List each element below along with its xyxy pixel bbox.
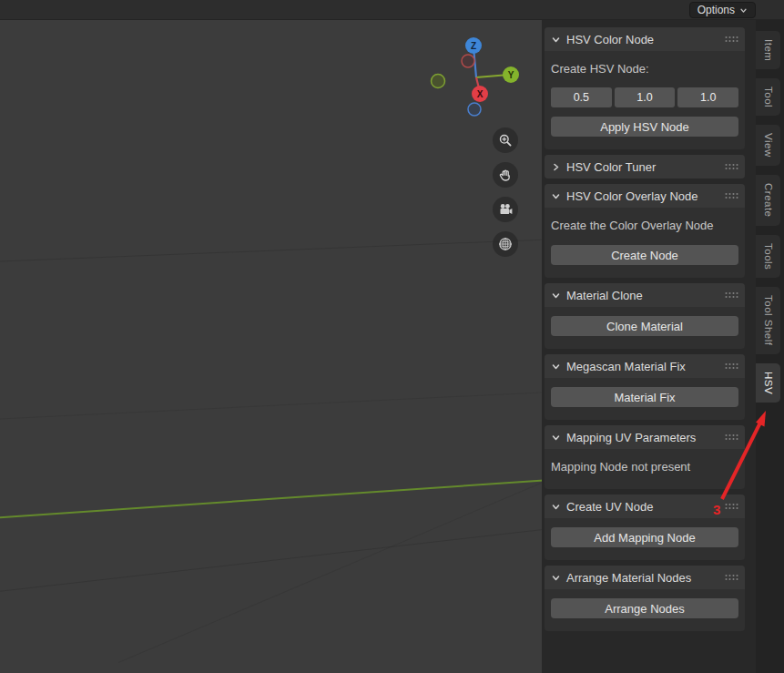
panel-title: HSV Color Tuner xyxy=(566,160,725,174)
create-node-button[interactable]: Create Node xyxy=(551,245,738,265)
zoom-button[interactable] xyxy=(493,127,518,153)
magnifier-plus-icon xyxy=(498,133,513,148)
gizmo-neg-z-ball xyxy=(468,103,481,116)
gizmo-z-label: Z xyxy=(471,41,476,51)
drag-dots-icon[interactable] xyxy=(725,574,738,581)
panel-material-clone: Material Clone Clone Material xyxy=(545,283,745,349)
panel-title: HSV Color Overlay Node xyxy=(566,189,725,203)
chevron-down-icon xyxy=(551,433,561,443)
panel-header-create-uv-node[interactable]: Create UV Node xyxy=(545,495,745,518)
panel-header-arrange-material-nodes[interactable]: Arrange Material Nodes xyxy=(545,566,745,589)
grid-line xyxy=(0,525,579,593)
chevron-down-icon xyxy=(551,573,561,583)
chevron-down-icon xyxy=(551,502,561,512)
sidebar-n-panel: HSV Color Node Create HSV Node: 0.5 1.0 … xyxy=(542,20,756,673)
tab-view[interactable]: View xyxy=(756,125,780,166)
chevron-down-icon xyxy=(739,6,748,15)
add-mapping-node-button[interactable]: Add Mapping Node xyxy=(551,527,738,547)
panel-title: Create UV Node xyxy=(566,500,725,514)
viewport-header: Options xyxy=(0,0,784,20)
hsv-value-fields: 0.5 1.0 1.0 xyxy=(551,87,738,107)
blender-window: Z Y X xyxy=(0,0,784,673)
pan-button[interactable] xyxy=(493,162,518,188)
tab-label: Tool xyxy=(763,87,774,107)
options-dropdown[interactable]: Options xyxy=(689,2,756,18)
axis-gizmo-icon: Z Y X xyxy=(421,33,530,124)
saturation-field[interactable]: 1.0 xyxy=(615,87,676,107)
panel-arrange-material-nodes: Arrange Material Nodes Arrange Nodes xyxy=(545,566,745,631)
tab-tools[interactable]: Tools xyxy=(756,235,780,278)
movie-camera-icon xyxy=(498,202,513,217)
clone-material-button[interactable]: Clone Material xyxy=(551,316,738,336)
panel-title: Megascan Material Fix xyxy=(566,360,725,373)
panel-hsv-color-tuner: HSV Color Tuner xyxy=(545,155,745,178)
perspective-toggle-button[interactable] xyxy=(493,231,518,257)
chevron-right-icon xyxy=(551,162,561,172)
panel-header-megascan-material-fix[interactable]: Megascan Material Fix xyxy=(545,354,745,378)
tab-label: Create xyxy=(763,183,774,218)
chevron-down-icon xyxy=(551,35,561,45)
tab-create[interactable]: Create xyxy=(756,175,780,226)
gizmo-neg-y-ball xyxy=(432,75,445,88)
hue-field[interactable]: 0.5 xyxy=(551,87,612,107)
panel-mapping-uv-parameters: Mapping UV Parameters Mapping Node not p… xyxy=(545,425,745,489)
tab-label: Tools xyxy=(763,243,774,270)
mapping-node-status-label: Mapping Node not present xyxy=(551,458,738,476)
panel-title: Material Clone xyxy=(566,289,725,302)
chevron-down-icon xyxy=(551,362,561,372)
panel-create-uv-node: Create UV Node Add Mapping Node xyxy=(545,495,745,560)
drag-dots-icon[interactable] xyxy=(725,291,738,299)
apply-hsv-node-button[interactable]: Apply HSV Node xyxy=(551,117,738,137)
panel-header-hsv-color-overlay-node[interactable]: HSV Color Overlay Node xyxy=(545,184,745,208)
gizmo-neg-x-ball xyxy=(462,55,474,67)
camera-view-button[interactable] xyxy=(493,197,518,222)
tab-label: Item xyxy=(763,39,774,61)
create-hsv-node-label: Create HSV Node: xyxy=(551,60,738,78)
panel-title: Mapping UV Parameters xyxy=(566,431,725,444)
drag-dots-icon[interactable] xyxy=(725,192,738,199)
gizmo-x-label: X xyxy=(477,89,484,99)
drag-dots-icon[interactable] xyxy=(725,433,738,441)
hand-icon xyxy=(498,168,513,182)
panel-megascan-material-fix: Megascan Material Fix Material Fix xyxy=(545,354,745,420)
grid-axis-y-line xyxy=(0,476,585,519)
tab-label: Tool Shelf xyxy=(763,295,774,346)
grid-line xyxy=(118,470,571,663)
panel-header-hsv-color-node[interactable]: HSV Color Node xyxy=(545,27,745,51)
value-field[interactable]: 1.0 xyxy=(677,87,738,107)
chevron-down-icon xyxy=(551,191,561,201)
arrange-nodes-button[interactable]: Arrange Nodes xyxy=(551,598,738,618)
drag-dots-icon[interactable] xyxy=(725,163,738,170)
chevron-down-icon xyxy=(551,291,561,301)
grid-sphere-icon xyxy=(498,237,513,251)
grid-line xyxy=(0,390,582,420)
tab-tool-shelf[interactable]: Tool Shelf xyxy=(756,287,780,354)
navigation-gizmo[interactable]: Z Y X xyxy=(421,33,530,124)
panel-header-material-clone[interactable]: Material Clone xyxy=(545,283,745,307)
overlay-node-label: Create the Color Overlay Node xyxy=(551,217,738,235)
material-fix-button[interactable]: Material Fix xyxy=(551,387,738,407)
drag-dots-icon[interactable] xyxy=(725,503,738,510)
drag-dots-icon[interactable] xyxy=(725,362,738,370)
options-label: Options xyxy=(697,4,735,16)
tab-label: HSV xyxy=(763,372,774,394)
tab-label: View xyxy=(763,133,774,158)
tab-tool[interactable]: Tool xyxy=(756,78,780,116)
gizmo-y-label: Y xyxy=(508,70,514,80)
panel-hsv-color-node: HSV Color Node Create HSV Node: 0.5 1.0 … xyxy=(545,27,745,149)
tab-item[interactable]: Item xyxy=(756,31,780,69)
panel-title: Arrange Material Nodes xyxy=(566,571,725,585)
panel-hsv-color-overlay-node: HSV Color Overlay Node Create the Color … xyxy=(545,184,745,278)
panel-header-hsv-color-tuner[interactable]: HSV Color Tuner xyxy=(545,155,745,178)
sidebar-tab-strip: Item Tool View Create Tools Tool Shelf H… xyxy=(756,20,784,673)
panel-header-mapping-uv-parameters[interactable]: Mapping UV Parameters xyxy=(545,425,745,449)
tab-hsv[interactable]: HSV xyxy=(756,363,780,403)
drag-dots-icon[interactable] xyxy=(725,36,738,43)
panel-title: HSV Color Node xyxy=(566,33,725,46)
